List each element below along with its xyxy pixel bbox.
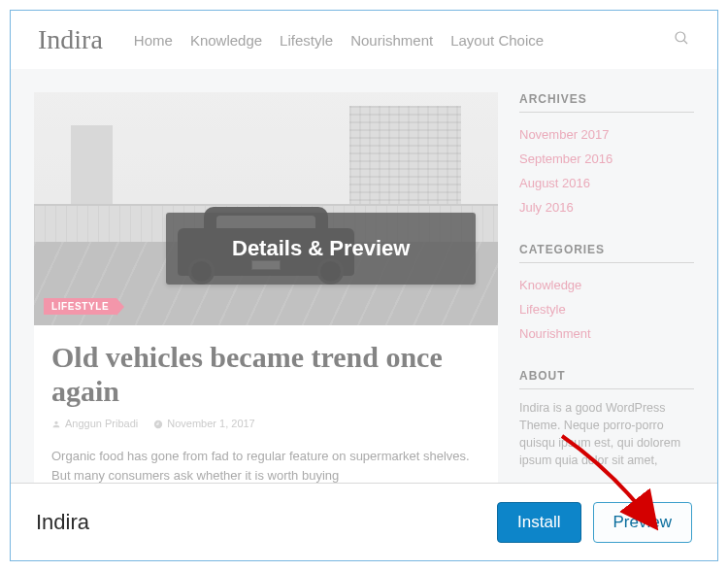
nav-item[interactable]: Layout Choice xyxy=(450,32,544,49)
archives-widget: ARCHIVES November 2017 September 2016 Au… xyxy=(519,92,694,219)
category-link[interactable]: Knowledge xyxy=(519,273,694,297)
primary-nav: Home Knowledge Lifestyle Nourishment Lay… xyxy=(134,32,544,49)
nav-item[interactable]: Nourishment xyxy=(350,32,433,49)
archive-link[interactable]: November 2017 xyxy=(519,122,694,147)
sidebar: ARCHIVES November 2017 September 2016 Au… xyxy=(519,92,694,485)
search-icon[interactable] xyxy=(673,29,690,50)
svg-line-1 xyxy=(683,40,687,44)
archive-link[interactable]: September 2016 xyxy=(519,147,694,171)
category-link[interactable]: Nourishment xyxy=(519,321,694,346)
categories-widget: CATEGORIES Knowledge Lifestyle Nourishme… xyxy=(519,243,694,346)
main-column: LIFESTYLE Old vehicles became trend once… xyxy=(34,92,498,485)
about-widget: ABOUT Indira is a good WordPress Theme. … xyxy=(519,369,694,470)
category-link[interactable]: Lifestyle xyxy=(519,297,694,321)
widget-title: ARCHIVES xyxy=(519,92,694,113)
post-excerpt: Organic food has gone from fad to regula… xyxy=(51,447,480,485)
about-text: Indira is a good WordPress Theme. Neque … xyxy=(519,399,694,470)
theme-name: Indira xyxy=(36,510,89,535)
archive-link[interactable]: July 2016 xyxy=(519,195,694,219)
nav-item[interactable]: Knowledge xyxy=(190,32,262,49)
widget-title: ABOUT xyxy=(519,369,694,389)
site-header: Indira Home Knowledge Lifestyle Nourishm… xyxy=(11,11,717,69)
widget-title: CATEGORIES xyxy=(519,243,694,263)
theme-actions-bar: Indira Install Preview xyxy=(11,483,717,560)
site-title: Indira xyxy=(38,24,103,55)
svg-point-0 xyxy=(676,32,685,42)
archive-link[interactable]: August 2016 xyxy=(519,171,694,195)
preview-button[interactable]: Preview xyxy=(593,502,692,543)
author-meta: Anggun Pribadi xyxy=(51,418,138,429)
nav-item[interactable]: Lifestyle xyxy=(280,32,333,49)
post-hero-image: LIFESTYLE xyxy=(34,92,498,325)
post-title: Old vehicles became trend once again xyxy=(51,341,480,408)
install-button[interactable]: Install xyxy=(497,502,580,543)
nav-item[interactable]: Home xyxy=(134,32,173,49)
theme-screenshot[interactable]: Indira Home Knowledge Lifestyle Nourishm… xyxy=(11,11,717,485)
theme-card: Indira Home Knowledge Lifestyle Nourishm… xyxy=(10,10,718,561)
post-meta: Anggun Pribadi November 1, 2017 xyxy=(51,418,480,429)
user-icon xyxy=(51,420,61,429)
post-card: Old vehicles became trend once again Ang… xyxy=(34,325,498,485)
details-preview-overlay[interactable]: Details & Preview xyxy=(166,213,476,285)
date-meta: November 1, 2017 xyxy=(153,418,255,429)
post-category-tag[interactable]: LIFESTYLE xyxy=(44,298,116,315)
clock-icon xyxy=(153,420,163,429)
